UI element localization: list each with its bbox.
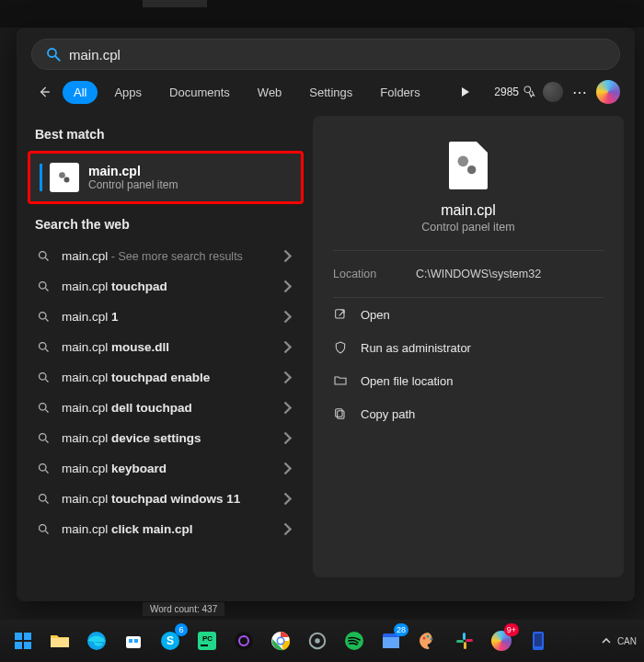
svg-point-56 [427, 635, 430, 638]
svg-rect-31 [15, 633, 22, 640]
taskbar-paint[interactable] [412, 625, 443, 656]
taskbar-copilot[interactable]: 9+ [486, 625, 517, 656]
search-icon [37, 371, 51, 384]
svg-line-9 [45, 288, 48, 291]
taskbar-explorer[interactable] [44, 625, 75, 656]
svg-rect-32 [24, 633, 31, 640]
start-search-panel: All Apps Documents Web Settings Folders … [17, 28, 635, 601]
svg-point-22 [40, 495, 47, 502]
more-options-button[interactable]: ⋯ [569, 84, 591, 101]
user-avatar[interactable] [543, 82, 563, 102]
web-result[interactable]: main.cpl dell touchpad [28, 393, 304, 423]
web-result-text: main.cpl - See more search results [62, 249, 270, 263]
svg-rect-33 [15, 642, 22, 649]
web-result[interactable]: main.cpl 1 [28, 302, 304, 332]
taskbar-start-button[interactable] [7, 625, 39, 656]
search-icon [37, 522, 51, 536]
arrow-left-icon [37, 85, 52, 99]
tray-language[interactable]: CAN [617, 636, 637, 646]
search-icon [37, 462, 51, 475]
svg-line-1 [55, 56, 60, 61]
preview-subtitle: Control panel item [421, 221, 514, 234]
svg-rect-61 [466, 639, 473, 642]
filter-tab-folders[interactable]: Folders [369, 81, 431, 104]
badge-count: 9+ [504, 623, 519, 636]
svg-rect-59 [456, 640, 464, 643]
web-result[interactable]: main.cpl - See more search results [28, 241, 304, 271]
system-tray[interactable]: CAN [601, 635, 637, 646]
web-result[interactable]: main.cpl click main.cpl [28, 514, 304, 544]
svg-text:S: S [167, 634, 174, 647]
filter-tab-settings[interactable]: Settings [298, 81, 363, 104]
taskbar-settings[interactable] [302, 625, 333, 656]
svg-rect-63 [535, 633, 542, 646]
svg-rect-44 [201, 645, 208, 646]
filter-tabs-row: All Apps Documents Web Settings Folders … [28, 79, 624, 116]
best-match-title: main.cpl [88, 164, 178, 178]
filter-tab-apps[interactable]: Apps [103, 81, 153, 104]
taskbar-edge[interactable] [81, 625, 112, 656]
web-result[interactable]: main.cpl touchpad [28, 271, 304, 302]
svg-point-49 [278, 638, 283, 644]
web-result-text: main.cpl click main.cpl [62, 522, 270, 536]
taskbar-phone-link[interactable] [523, 625, 554, 656]
rewards-icon [523, 85, 537, 99]
web-result[interactable]: main.cpl mouse.dll [28, 332, 304, 362]
taskbar-slack[interactable] [449, 625, 480, 656]
svg-point-55 [423, 637, 426, 640]
svg-line-15 [45, 379, 48, 382]
taskbar-pycharm[interactable]: PC [191, 625, 223, 656]
copilot-button[interactable] [596, 80, 620, 104]
filter-tab-overflow[interactable]: P [437, 81, 448, 104]
taskbar-spotify[interactable] [339, 625, 370, 656]
back-button[interactable] [31, 79, 57, 105]
web-result[interactable]: main.cpl touchpad windows 11 [28, 484, 304, 514]
filter-tab-web[interactable]: Web [247, 81, 293, 104]
taskbar-store[interactable] [118, 625, 149, 656]
web-result-text: main.cpl mouse.dll [62, 340, 270, 354]
svg-point-26 [458, 156, 469, 167]
filter-tab-all[interactable]: All [63, 81, 98, 104]
svg-rect-38 [129, 639, 132, 643]
search-icon [37, 492, 51, 506]
chevron-right-icon [281, 522, 294, 536]
search-icon [37, 280, 51, 293]
web-result-text: main.cpl touchpad windows 11 [62, 492, 270, 506]
web-result[interactable]: main.cpl device settings [28, 423, 304, 453]
action-copy-path[interactable]: Copy path [333, 397, 604, 430]
action-open[interactable]: Open [333, 298, 604, 331]
svg-point-12 [40, 343, 47, 350]
taskbar-calendar[interactable]: 28 [375, 625, 407, 656]
background-window-strip [0, 0, 644, 28]
scroll-tabs-right-button[interactable] [455, 82, 476, 102]
store-icon [124, 632, 143, 650]
phone-icon [530, 631, 546, 651]
preview-location-row: Location C:\WINDOWS\system32 [333, 251, 604, 298]
filter-tab-documents[interactable]: Documents [158, 81, 241, 104]
svg-line-17 [45, 409, 48, 412]
svg-point-24 [40, 525, 47, 532]
search-input[interactable] [69, 47, 606, 63]
rewards-points[interactable]: 2985 [494, 85, 537, 99]
best-match-result[interactable]: main.cpl Control panel item [28, 151, 304, 204]
svg-point-6 [40, 252, 47, 259]
spotify-icon [344, 631, 364, 651]
search-box[interactable] [31, 39, 620, 70]
action-open-location[interactable]: Open file location [333, 364, 604, 397]
action-run-as-admin[interactable]: Run as administrator [333, 331, 604, 364]
web-result-text: main.cpl touchpad [62, 280, 270, 293]
svg-point-5 [64, 177, 70, 183]
slack-icon [455, 632, 474, 650]
svg-line-23 [45, 500, 48, 503]
svg-rect-30 [336, 409, 342, 417]
svg-point-8 [40, 282, 47, 290]
chevron-right-icon [281, 310, 294, 324]
web-result[interactable]: main.cpl touchpad enable [28, 362, 304, 393]
web-result[interactable]: main.cpl keyboard [28, 453, 304, 484]
edge-icon [86, 631, 107, 651]
taskbar-obs[interactable] [228, 625, 259, 656]
taskbar-chrome[interactable] [265, 625, 296, 656]
taskbar-skype[interactable]: S6 [155, 625, 186, 656]
svg-line-21 [45, 470, 48, 473]
search-icon [37, 340, 51, 354]
